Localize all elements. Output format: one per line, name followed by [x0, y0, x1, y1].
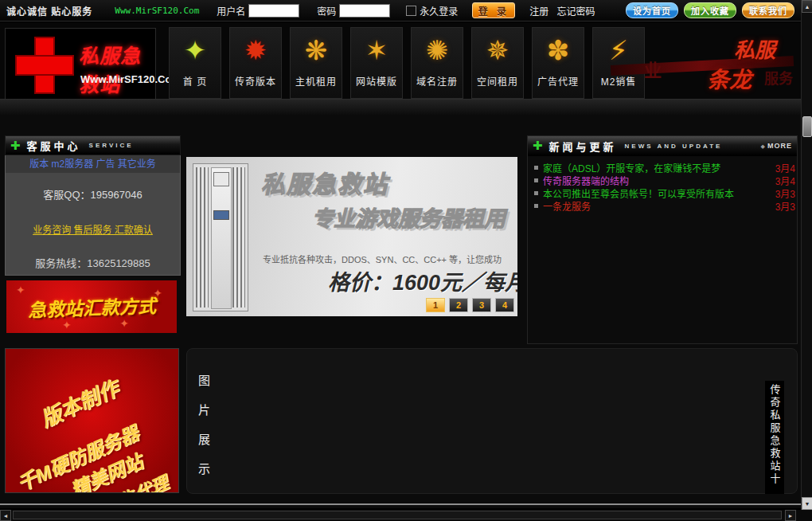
banner-pagination: 1 2 3 4: [426, 298, 514, 312]
service-panel-title: 客服中心: [27, 138, 81, 153]
nav-item-legend-versions[interactable]: ✹ 传奇版本: [229, 27, 282, 99]
remember-checkbox[interactable]: [406, 6, 416, 16]
side-marquee-text: 传奇私服急救站十: [767, 381, 783, 486]
server-tower-image: [193, 163, 248, 311]
nav-label-ad-agency: 广告代理: [537, 74, 579, 88]
login-button[interactable]: 登 录: [472, 2, 515, 18]
nav-label-legend-versions: 传奇版本: [235, 74, 276, 88]
set-homepage-button[interactable]: 设为首页: [626, 2, 678, 18]
service-panel-header: ✚ 客服中心 SERVICE: [5, 135, 181, 155]
page-content: ✚ 客服中心 SERVICE 版本 m2服务器 广告 其它业务 客服QQ：195…: [0, 116, 801, 508]
sun-icon: ✶: [357, 28, 396, 72]
nav-label-home: 首 页: [183, 74, 207, 88]
banner-price: 格价：1600元／每月: [328, 265, 517, 296]
news-item-text[interactable]: 本公司推出至尊会员帐号！可以享受所有版本: [543, 186, 734, 199]
news-item-text[interactable]: 一条龙服务: [543, 199, 591, 212]
nav-item-m2-sales[interactable]: ⚡ M2销售: [592, 27, 645, 99]
tower-drive: [213, 210, 229, 220]
news-list: 家庭（ADSL）开服专家，在家赚钱不是梦 3月4 传奇服务器端的结构 3月4 本…: [528, 156, 797, 212]
tower-bay: [213, 172, 229, 186]
home-star-icon: ✦: [176, 28, 214, 72]
news-item-date: 3月4: [771, 161, 795, 174]
scroll-up-button[interactable]: ▲: [802, 0, 812, 13]
banner-description: 专业抵抗各种攻击，DDOS、SYN、CC、CC++ 等，让您成功: [263, 253, 502, 265]
vertical-scroll-thumb[interactable]: [802, 116, 812, 137]
remittance-banner[interactable]: ✦ ✦ ✦ ✦ 急救站汇款方式: [6, 280, 177, 333]
site-header: 私服急救站 Www.MirSF120.Com ✦ 首 页 ✹ 传奇版本 ❋ 主机…: [0, 22, 801, 116]
bullet-icon: [534, 178, 538, 182]
forgot-password-link[interactable]: 忘记密码: [556, 4, 595, 18]
banner-title: 私服急救站: [261, 165, 388, 200]
news-item-text[interactable]: 传奇服务器端的结构: [543, 174, 629, 186]
nav-item-host-rental[interactable]: ❋ 主机租用: [290, 27, 342, 99]
site-url: Www.MirSF120.Com: [115, 6, 199, 16]
bullet-icon: [534, 166, 538, 170]
plus-icon: ✚: [533, 139, 543, 153]
add-favorite-button[interactable]: 加入收藏: [684, 2, 736, 18]
promo-text-line2: 条龙: [707, 62, 751, 94]
banner-subtitle: 专业游戏服务器租用: [312, 202, 506, 233]
image-gallery-panel: 图片展示 传奇私服急救站十: [186, 348, 798, 494]
password-label: 密码: [317, 4, 336, 18]
password-input[interactable]: [339, 4, 390, 18]
bottom-frame-edge: [0, 503, 801, 505]
service-panel-body: 版本 m2服务器 广告 其它业务 客服QQ：195967046 业务咨询 售后服…: [5, 155, 181, 276]
horizontal-scrollbar[interactable]: ◄ ►: [0, 510, 812, 521]
promo-text-line1: 私服: [734, 33, 775, 63]
bullet-icon: [534, 204, 538, 208]
news-more-link[interactable]: MORE: [761, 142, 792, 150]
page-button-4[interactable]: 4: [495, 298, 514, 312]
top-bar: 诚心诚信 贴心服务 Www.MirSF120.Com 用户名 密码 永久登录 登…: [0, 0, 801, 22]
nav-label-m2-sales: M2销售: [601, 74, 637, 88]
main-slideshow-banner[interactable]: 私服急救站 专业游戏服务器租用 专业抵抗各种攻击，DDOS、SYN、CC、CC+…: [186, 157, 517, 316]
plus-icon: ✚: [10, 139, 21, 153]
horizontal-scroll-thumb[interactable]: [13, 511, 782, 519]
bullet-icon: [534, 191, 538, 195]
header-bottom-strip: [0, 99, 801, 116]
promo-faint-text-1: 业: [644, 56, 662, 81]
red-cross-icon: [15, 37, 71, 91]
news-item[interactable]: 一条龙服务 3月3: [534, 199, 795, 212]
logo-title: 私服急救站: [79, 40, 155, 97]
service-hotline: 服务热线：13625129885: [6, 255, 180, 270]
news-item-text[interactable]: 家庭（ADSL）开服专家，在家赚钱不是梦: [543, 161, 720, 174]
news-item-date: 3月4: [771, 174, 795, 186]
page-button-2[interactable]: 2: [449, 298, 468, 312]
nav-label-host-rental: 主机租用: [295, 74, 337, 88]
contact-us-button[interactable]: 联系我们: [742, 2, 794, 18]
news-item[interactable]: 传奇服务器端的结构 3月4: [534, 174, 795, 186]
username-input[interactable]: [248, 4, 299, 18]
remember-label: 永久登录: [420, 4, 458, 18]
nav-item-ad-agency[interactable]: ✽ 广告代理: [532, 27, 584, 99]
service-links-row[interactable]: 版本 m2服务器 广告 其它业务: [6, 155, 180, 173]
topbar-actions: 设为首页 加入收藏 联系我们: [626, 2, 794, 18]
nav-label-space-rental: 空间租用: [477, 74, 518, 88]
nav-item-site-templates[interactable]: ✶ 网站模版: [350, 27, 403, 99]
scroll-left-button[interactable]: ◄: [0, 510, 11, 521]
news-item[interactable]: 本公司推出至尊会员帐号！可以享受所有版本 3月3: [534, 186, 795, 199]
service-panel-subtitle: SERVICE: [89, 142, 134, 149]
emblem-icon: ❋: [297, 28, 335, 72]
news-panel: ✚ 新闻与更新 NEWS AND UPDATE MORE 家庭（ADSL）开服专…: [527, 135, 798, 344]
news-item[interactable]: 家庭（ADSL）开服专家，在家赚钱不是梦 3月4: [534, 161, 795, 174]
register-link[interactable]: 注册: [529, 4, 548, 18]
news-panel-header: ✚ 新闻与更新 NEWS AND UPDATE MORE: [528, 136, 797, 156]
service-business-row[interactable]: 业务咨询 售后服务 汇款确认: [6, 222, 180, 236]
page-button-1[interactable]: 1: [426, 298, 445, 312]
scroll-right-button[interactable]: ►: [785, 510, 796, 521]
services-ad-banner[interactable]: 版本制作 千M硬防服务器 精美网站 广告代理: [5, 348, 179, 493]
nav-item-space-rental[interactable]: ✵ 空间租用: [471, 27, 524, 99]
site-logo[interactable]: 私服急救站 Www.MirSF120.Com: [5, 28, 156, 100]
vertical-scrollbar[interactable]: ▲ ▼: [801, 0, 812, 510]
nav-label-site-templates: 网站模版: [356, 74, 397, 88]
flame-icon: ✹: [236, 28, 275, 72]
main-nav: ✦ 首 页 ✹ 传奇版本 ❋ 主机租用 ✶ 网站模版 ✺ 域名注册 ✵ 空间租用…: [169, 27, 645, 99]
promo-faint-text-2: 服务: [764, 67, 793, 88]
nav-item-domain-register[interactable]: ✺ 域名注册: [411, 27, 463, 99]
username-label: 用户名: [217, 4, 245, 18]
header-promo-graphic: 业 私服 条龙 服务: [642, 32, 790, 96]
scroll-down-button[interactable]: ▼: [802, 497, 812, 510]
page-button-3[interactable]: 3: [472, 298, 491, 312]
nav-item-home[interactable]: ✦ 首 页: [169, 27, 221, 99]
news-item-date: 3月3: [771, 199, 795, 212]
